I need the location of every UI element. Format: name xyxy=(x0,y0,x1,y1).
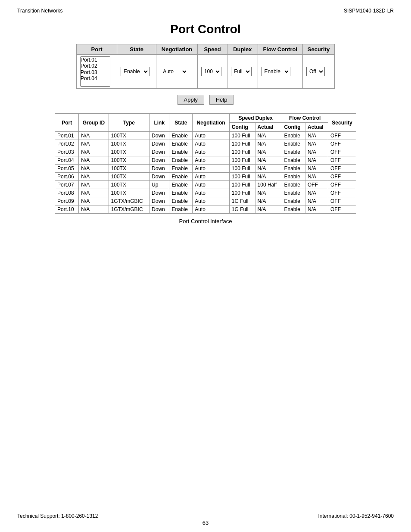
help-button[interactable]: Help xyxy=(209,95,234,105)
speed-config: 100 Full xyxy=(229,132,255,140)
duplex-select[interactable]: Full Half xyxy=(231,67,252,76)
port: Port.03 xyxy=(55,148,79,156)
speed-actual: N/A xyxy=(255,165,282,173)
th-flow-config: Config xyxy=(282,123,305,132)
speed-actual: N/A xyxy=(255,156,282,165)
link: Down xyxy=(149,173,169,181)
port: Port.10 xyxy=(55,205,79,214)
negotiation: Auto xyxy=(193,165,230,173)
footer-left: Technical Support: 1-800-260-1312 xyxy=(17,513,98,519)
port-select[interactable]: Port.01 Port.02 Port.03 Port.04 xyxy=(80,56,110,87)
th-link: Link xyxy=(149,114,169,132)
col-duplex: Duplex xyxy=(227,44,258,55)
flow-actual: N/A xyxy=(305,189,328,197)
th-type: Type xyxy=(109,114,149,132)
state: Enable xyxy=(169,205,193,214)
link: Up xyxy=(149,181,169,189)
speed-config: 100 Full xyxy=(229,181,255,189)
flow-actual: OFF xyxy=(305,181,328,189)
negotiation: Auto xyxy=(193,197,230,205)
security: OFF xyxy=(328,140,356,148)
flow-actual: N/A xyxy=(305,156,328,165)
table-caption: Port Control interface xyxy=(55,218,356,224)
apply-button[interactable]: Apply xyxy=(177,95,205,105)
group-id: N/A xyxy=(79,205,109,214)
group-id: N/A xyxy=(79,181,109,189)
flow-actual: N/A xyxy=(305,165,328,173)
page-title: Port Control xyxy=(0,22,411,36)
link: Down xyxy=(149,156,169,165)
security: OFF xyxy=(328,189,356,197)
flow-actual: N/A xyxy=(305,132,328,140)
speed-config: 100 Full xyxy=(229,148,255,156)
state-cell[interactable]: Enable Disable xyxy=(117,55,156,89)
col-negotiation: Negotiation xyxy=(156,44,198,55)
security: OFF xyxy=(328,197,356,205)
state: Enable xyxy=(169,165,193,173)
flow-control-cell[interactable]: Enable Disable xyxy=(258,55,302,89)
port: Port.01 xyxy=(55,132,79,140)
flow-control-select[interactable]: Enable Disable xyxy=(262,67,290,76)
link: Down xyxy=(149,205,169,214)
table-row: Port.01 N/A 100TX Down Enable Auto 100 F… xyxy=(55,132,356,140)
speed-config: 100 Full xyxy=(229,165,255,173)
th-group-id: Group ID xyxy=(79,114,109,132)
flow-actual: N/A xyxy=(305,173,328,181)
table-row: Port.04 N/A 100TX Down Enable Auto 100 F… xyxy=(55,156,356,165)
security: OFF xyxy=(328,148,356,156)
negotiation-cell[interactable]: Auto Manual xyxy=(156,55,198,89)
type: 1GTX/mGBIC xyxy=(109,205,149,214)
port: Port.09 xyxy=(55,197,79,205)
type: 100TX xyxy=(109,173,149,181)
col-security: Security xyxy=(303,44,335,55)
th-state: State xyxy=(169,114,193,132)
col-port: Port xyxy=(77,44,117,55)
table-row: Port.03 N/A 100TX Down Enable Auto 100 F… xyxy=(55,148,356,156)
th-flow-control-group: Flow Control xyxy=(282,114,328,123)
speed-config: 100 Full xyxy=(229,156,255,165)
state: Enable xyxy=(169,156,193,165)
speed-config: 100 Full xyxy=(229,173,255,181)
security: OFF xyxy=(328,205,356,214)
flow-actual: N/A xyxy=(305,205,328,214)
state: Enable xyxy=(169,140,193,148)
th-security: Security xyxy=(328,114,356,132)
flow-actual: N/A xyxy=(305,148,328,156)
link: Down xyxy=(149,165,169,173)
state: Enable xyxy=(169,132,193,140)
port: Port.08 xyxy=(55,189,79,197)
speed-actual: N/A xyxy=(255,189,282,197)
security-select[interactable]: Off On xyxy=(306,67,325,76)
flow-config: Enable xyxy=(282,181,305,189)
flow-actual: N/A xyxy=(305,140,328,148)
group-id: N/A xyxy=(79,197,109,205)
duplex-cell[interactable]: Full Half xyxy=(227,55,258,89)
group-id: N/A xyxy=(79,132,109,140)
security: OFF xyxy=(328,173,356,181)
flow-config: Enable xyxy=(282,148,305,156)
port: Port.02 xyxy=(55,140,79,148)
flow-actual: N/A xyxy=(305,197,328,205)
link: Down xyxy=(149,197,169,205)
flow-config: Enable xyxy=(282,165,305,173)
speed-actual: 100 Half xyxy=(255,181,282,189)
speed-select[interactable]: 100 10 xyxy=(201,67,221,76)
page-number: 63 xyxy=(202,520,209,526)
speed-actual: N/A xyxy=(255,173,282,181)
port-list-cell[interactable]: Port.01 Port.02 Port.03 Port.04 xyxy=(77,55,117,89)
table-row: Port.07 N/A 100TX Up Enable Auto 100 Ful… xyxy=(55,181,356,189)
state: Enable xyxy=(169,197,193,205)
port-control-form: Port State Negotiation Speed Duplex Flow… xyxy=(76,44,335,89)
speed-actual: N/A xyxy=(255,140,282,148)
table-row: Port.02 N/A 100TX Down Enable Auto 100 F… xyxy=(55,140,356,148)
col-state: State xyxy=(117,44,156,55)
group-id: N/A xyxy=(79,148,109,156)
speed-cell[interactable]: 100 10 xyxy=(197,55,227,89)
th-negotiation: Negotiation xyxy=(193,114,230,132)
security-cell[interactable]: Off On xyxy=(303,55,335,89)
type: 1GTX/mGBIC xyxy=(109,197,149,205)
negotiation-select[interactable]: Auto Manual xyxy=(160,67,188,76)
state: Enable xyxy=(169,148,193,156)
state-select[interactable]: Enable Disable xyxy=(121,67,149,76)
table-row: Port.09 N/A 1GTX/mGBIC Down Enable Auto … xyxy=(55,197,356,205)
